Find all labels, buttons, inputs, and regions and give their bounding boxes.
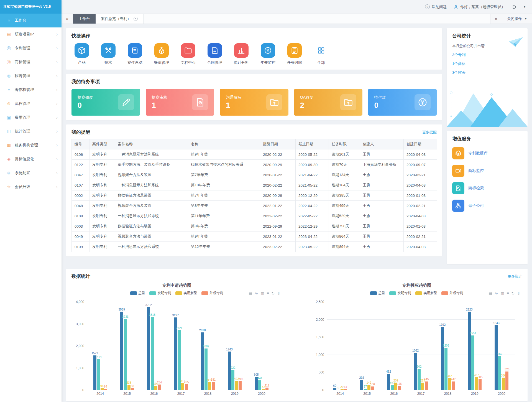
table-row[interactable]: 0107发明专利一种消息显示方法和系统第10年年费2020-02-222021-… bbox=[72, 180, 437, 190]
table-row[interactable]: 0106发明专利一种消息显示方法和系统第9年年费2020-02-222020-0… bbox=[72, 149, 437, 160]
folder-upload-icon bbox=[266, 94, 282, 110]
todo-card-4[interactable]: 待付款0 bbox=[368, 89, 437, 116]
faq-link[interactable]: ? 常见问题 bbox=[425, 4, 447, 9]
table-cell: 发明专利 bbox=[89, 180, 115, 190]
bar-value-label: 238 bbox=[126, 381, 131, 384]
service-label: 专利数据库 bbox=[468, 151, 488, 156]
stack-icon[interactable]: ≡ bbox=[507, 291, 509, 296]
user-menu[interactable]: 你好，某某（超级管理员） bbox=[453, 4, 505, 9]
sidebar-item-label: 专利管理 bbox=[15, 46, 30, 51]
download-icon[interactable]: ⇩ bbox=[517, 291, 520, 296]
download-icon[interactable]: ⇩ bbox=[277, 291, 280, 296]
legend-item[interactable]: 实用新型 bbox=[175, 291, 197, 296]
data-view-icon[interactable]: ▤ bbox=[249, 291, 252, 296]
tabs-scroll-right[interactable]: » bbox=[490, 14, 502, 24]
sidebar-item-system-config[interactable]: ⊛系统配置› bbox=[0, 166, 62, 180]
sidebar-item-patent[interactable]: Ⓟ专利管理› bbox=[0, 41, 62, 55]
tab-case-overview[interactable]: 案件总览（专利）× bbox=[96, 14, 144, 24]
company-link-trademarks[interactable]: 1个商标 bbox=[452, 61, 522, 66]
bar-value-label: 3233 bbox=[122, 315, 129, 318]
quick-op-bill[interactable]: 账单管理 bbox=[151, 43, 172, 65]
sidebar-item-trademark[interactable]: Ⓡ商标管理› bbox=[0, 55, 62, 69]
company-link-patents[interactable]: 3个专利 bbox=[452, 52, 522, 57]
logout-button[interactable] bbox=[512, 4, 517, 9]
legend-item[interactable]: 总量 bbox=[370, 291, 385, 296]
table-cell: 2021-05-22 bbox=[296, 180, 329, 190]
quick-op-case-overview[interactable]: 案件总览 bbox=[125, 43, 145, 65]
service-trademark-monitor[interactable]: 商标监控 bbox=[452, 165, 522, 177]
table-row[interactable]: 0108发明专利一种消息显示方法和系统第11年年费2022-02-222022-… bbox=[72, 211, 437, 221]
legend-swatch bbox=[389, 291, 396, 295]
gridline bbox=[327, 372, 515, 372]
bar-value-label: 29 bbox=[340, 385, 344, 388]
quick-op-stats-analysis[interactable]: 统计分析 bbox=[231, 43, 252, 65]
sidebar-item-software-copyright[interactable]: ©软著管理› bbox=[0, 69, 62, 83]
stack-icon[interactable]: ≡ bbox=[267, 291, 269, 296]
close-operations-label: 关闭操作 bbox=[507, 16, 522, 21]
quick-op-task-deadline[interactable]: 任务时限 bbox=[284, 43, 305, 65]
quick-op-all-grid[interactable]: 全部 bbox=[311, 43, 331, 65]
table-row[interactable]: 0049发明专利视频聚合方法与装置第9年年费2023-01-222023-04-… bbox=[72, 231, 437, 242]
restore-icon[interactable]: ↻ bbox=[272, 291, 275, 296]
close-operations-dropdown[interactable]: 关闭操作 ▼ bbox=[502, 14, 532, 24]
sidebar-item-standard-info[interactable]: ◈贯标信息化› bbox=[0, 152, 62, 166]
service-trademark-search[interactable]: 商标检索 bbox=[452, 182, 522, 194]
legend-item[interactable]: 实用新型 bbox=[415, 291, 437, 296]
tabs-scroll-left[interactable]: « bbox=[62, 14, 73, 24]
todo-card-2[interactable]: 沟通撰写1 bbox=[220, 89, 288, 116]
service-patent-database[interactable]: 专利数据库 bbox=[452, 147, 522, 159]
table-row[interactable]: 0047发明专利视频聚合方法及装置第7年年费2020-01-222021-04-… bbox=[72, 170, 437, 180]
legend-item[interactable]: 总量 bbox=[130, 291, 145, 296]
sidebar-item-member-upgrade[interactable]: ☆会员升级› bbox=[0, 180, 62, 194]
more-stats-link[interactable]: 更多统计 bbox=[508, 274, 522, 279]
table-row[interactable]: 0048发明专利视频聚合方法及装置第8年年费2022-01-222022-04-… bbox=[72, 201, 437, 211]
sidebar-item-statistics[interactable]: ◫统计管理› bbox=[0, 124, 62, 138]
todo-card-count: 2 bbox=[300, 101, 313, 110]
service-subsidiary[interactable]: 母子公司 bbox=[452, 200, 522, 212]
restore-icon[interactable]: ↻ bbox=[511, 291, 515, 296]
sidebar-item-process[interactable]: ⊕流程管理› bbox=[0, 97, 62, 111]
tab-workbench[interactable]: 工作台 bbox=[73, 14, 96, 24]
data-view-icon[interactable]: ▤ bbox=[488, 291, 492, 296]
quick-op-product-cube[interactable]: 产品 bbox=[71, 43, 92, 65]
table-cell: 0107 bbox=[72, 180, 89, 190]
bar bbox=[154, 386, 157, 390]
legend-item[interactable]: 发明专利 bbox=[389, 291, 411, 296]
close-icon[interactable]: × bbox=[134, 17, 138, 21]
table-row[interactable]: 0122发明专利单手控制方法、装置及手持设备找技术效果与技术点的对应关系2020… bbox=[72, 160, 437, 170]
bar-chart-icon[interactable]: ▥ bbox=[260, 291, 264, 296]
table-cell: 逾期70天 bbox=[329, 160, 360, 170]
quick-op-contract[interactable]: 合同管理 bbox=[204, 43, 225, 65]
bar-value-label: 88 bbox=[131, 384, 134, 388]
sidebar-item-workbench[interactable]: ⌂ 工作台 bbox=[0, 14, 62, 27]
quick-op-annuity-monitor[interactable]: 年费监控 bbox=[258, 43, 278, 65]
bar-chart-icon[interactable]: ▥ bbox=[500, 291, 504, 296]
sidebar-item-rd-project[interactable]: ▤研发项目IP› bbox=[0, 27, 62, 41]
quick-op-tech-tools[interactable]: 技术 bbox=[98, 43, 119, 65]
table-cell: 0049 bbox=[72, 231, 89, 242]
legend-item[interactable]: 发明专利 bbox=[149, 291, 171, 296]
table-row[interactable]: 0003发明专利数据验证方法与装置第8年年费2022-09-292022-12-… bbox=[72, 221, 437, 231]
bar bbox=[93, 355, 96, 390]
todo-panel: 我的待办事项 提案修改0提案审核1沟通撰写1OA答复2待付款0 bbox=[66, 74, 442, 120]
legend-item[interactable]: 外观专利 bbox=[201, 291, 223, 296]
line-chart-icon[interactable]: ∿ bbox=[495, 291, 498, 296]
line-chart-icon[interactable]: ∿ bbox=[255, 291, 258, 296]
tab-label: 工作台 bbox=[79, 16, 90, 21]
user-dropdown-toggle[interactable]: ▼ bbox=[523, 6, 526, 8]
more-reminders-link[interactable]: 更多提醒 bbox=[422, 130, 437, 135]
table-cell: 王勇 bbox=[360, 180, 404, 190]
todo-card-1[interactable]: 提案审核1 bbox=[146, 89, 214, 116]
sidebar-item-agency[interactable]: ▦服务机构管理› bbox=[0, 138, 62, 152]
sidebar-item-copyright[interactable]: ≡著作权管理› bbox=[0, 83, 62, 97]
todo-card-0[interactable]: 提案修改0 bbox=[71, 89, 140, 116]
todo-card-3[interactable]: OA答复2 bbox=[294, 89, 363, 116]
table-row[interactable]: 0109发明专利一种消息显示方法和系统第12年年费2023-02-222023-… bbox=[72, 242, 437, 252]
bar bbox=[502, 378, 505, 390]
quick-op-document-center[interactable]: 文档中心 bbox=[178, 43, 198, 65]
company-link-software[interactable]: 3个软著 bbox=[452, 70, 522, 75]
legend-item[interactable]: 外观专利 bbox=[441, 291, 463, 296]
table-row[interactable]: 0002发明专利数据验证方法及装置第7年年费2020-09-292020-12-… bbox=[72, 190, 437, 201]
bar bbox=[441, 327, 444, 390]
sidebar-item-fee[interactable]: ▣费用管理› bbox=[0, 111, 62, 124]
